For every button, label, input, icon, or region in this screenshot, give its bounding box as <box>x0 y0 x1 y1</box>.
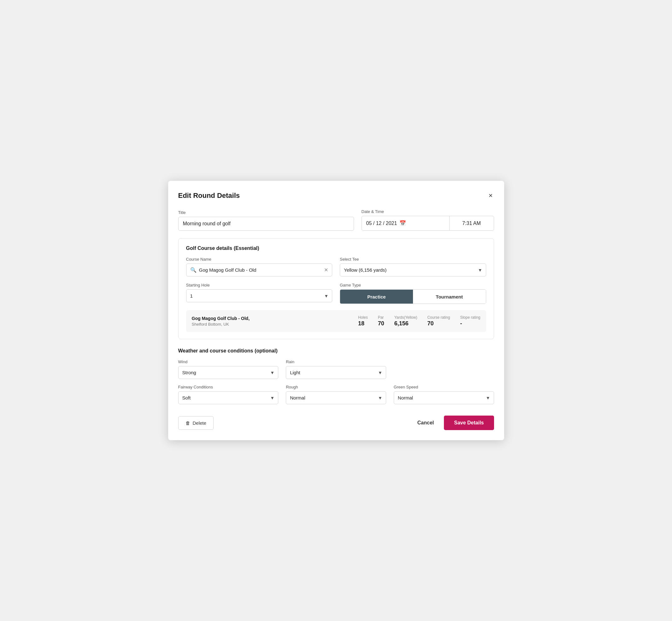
holes-value: 18 <box>358 320 365 327</box>
practice-button[interactable]: Practice <box>340 290 413 303</box>
calendar-icon: 📅 <box>400 220 406 226</box>
select-tee-wrap: Yellow (6,156 yards) White (6,500 yards)… <box>340 263 486 277</box>
slope-rating-value: - <box>460 320 462 327</box>
course-address: Shelford Bottom, UK <box>192 322 358 327</box>
green-speed-group: Green Speed SlowNormalFast ▼ <box>394 385 494 404</box>
holes-label: Holes <box>358 315 368 320</box>
rain-group: Rain NoneLightModerateHeavy ▼ <box>286 360 386 379</box>
wind-dropdown[interactable]: NoneLightModerateStrong <box>178 366 279 379</box>
close-button[interactable]: × <box>488 191 494 200</box>
select-tee-label: Select Tee <box>340 257 486 261</box>
trash-icon: 🗑 <box>185 420 190 426</box>
delete-label: Delete <box>193 420 206 426</box>
modal-header: Edit Round Details × <box>178 191 494 200</box>
game-type-group: Game Type Practice Tournament <box>340 283 486 304</box>
save-button[interactable]: Save Details <box>444 416 494 430</box>
slope-rating-stat: Slope rating - <box>460 315 480 327</box>
date-time-field-group: Date & Time 05 / 12 / 2021 📅 7:31 AM <box>362 209 494 231</box>
wind-wrap: NoneLightModerateStrong ▼ <box>178 366 279 379</box>
yards-stat: Yards(Yellow) 6,156 <box>394 315 417 327</box>
starting-hole-group: Starting Hole 1234 5678 910 ▼ <box>186 283 333 304</box>
select-tee-dropdown[interactable]: Yellow (6,156 yards) White (6,500 yards)… <box>340 263 486 277</box>
yards-value: 6,156 <box>394 320 409 327</box>
rough-dropdown[interactable]: ShortNormalLong <box>286 391 386 404</box>
tournament-button[interactable]: Tournament <box>413 290 486 303</box>
course-name-group: Course Name 🔍 Gog Magog Golf Club - Old … <box>186 257 333 277</box>
green-speed-dropdown[interactable]: SlowNormalFast <box>394 391 494 404</box>
date-time-label: Date & Time <box>362 209 494 214</box>
footer-row: 🗑 Delete Cancel Save Details <box>178 413 494 430</box>
cancel-button[interactable]: Cancel <box>415 416 436 429</box>
course-rating-value: 70 <box>427 320 433 327</box>
date-field[interactable]: 05 / 12 / 2021 📅 <box>362 216 450 230</box>
weather-title: Weather and course conditions (optional) <box>178 348 494 354</box>
par-label: Par <box>378 315 384 320</box>
game-type-toggle: Practice Tournament <box>340 289 486 304</box>
fairway-label: Fairway Conditions <box>178 385 279 389</box>
fairway-wrap: SoftNormalHard ▼ <box>178 391 279 404</box>
slope-rating-label: Slope rating <box>460 315 480 320</box>
modal-title: Edit Round Details <box>178 192 240 200</box>
clear-course-icon[interactable]: ✕ <box>324 267 328 273</box>
fairway-group: Fairway Conditions SoftNormalHard ▼ <box>178 385 279 404</box>
starting-hole-label: Starting Hole <box>186 283 333 287</box>
edit-round-modal: Edit Round Details × Title Date & Time 0… <box>168 181 504 440</box>
course-name-tee-row: Course Name 🔍 Gog Magog Golf Club - Old … <box>186 257 486 277</box>
time-value: 7:31 AM <box>462 220 481 226</box>
course-name-input-wrap[interactable]: 🔍 Gog Magog Golf Club - Old ✕ <box>186 263 333 277</box>
starting-hole-wrap: 1234 5678 910 ▼ <box>186 289 333 302</box>
date-value: 05 / 12 / 2021 <box>366 220 397 226</box>
course-stats: Holes 18 Par 70 Yards(Yellow) 6,156 Cour… <box>358 315 480 327</box>
holes-stat: Holes 18 <box>358 315 368 327</box>
course-name-label: Course Name <box>186 257 333 261</box>
rain-label: Rain <box>286 360 386 364</box>
par-value: 70 <box>378 320 384 327</box>
rough-group: Rough ShortNormalLong ▼ <box>286 385 386 404</box>
course-name-address: Gog Magog Golf Club - Old, Shelford Bott… <box>192 316 358 327</box>
golf-course-section: Golf Course details (Essential) Course N… <box>178 238 494 339</box>
green-speed-wrap: SlowNormalFast ▼ <box>394 391 494 404</box>
title-input[interactable] <box>178 217 354 231</box>
footer-right: Cancel Save Details <box>415 416 494 430</box>
game-type-label: Game Type <box>340 283 486 287</box>
rain-wrap: NoneLightModerateHeavy ▼ <box>286 366 386 379</box>
wind-rain-row: Wind NoneLightModerateStrong ▼ Rain None… <box>178 360 494 379</box>
yards-label: Yards(Yellow) <box>394 315 417 320</box>
rough-label: Rough <box>286 385 386 389</box>
course-name-value: Gog Magog Golf Club - Old <box>199 267 322 273</box>
course-info-box: Gog Magog Golf Club - Old, Shelford Bott… <box>186 310 486 332</box>
fairway-dropdown[interactable]: SoftNormalHard <box>178 391 279 404</box>
rain-dropdown[interactable]: NoneLightModerateHeavy <box>286 366 386 379</box>
title-field-group: Title <box>178 210 354 231</box>
wind-group: Wind NoneLightModerateStrong ▼ <box>178 360 279 379</box>
title-label: Title <box>178 210 354 215</box>
course-rating-stat: Course rating 70 <box>427 315 450 327</box>
course-display-name: Gog Magog Golf Club - Old, <box>192 316 358 321</box>
fairway-rough-green-row: Fairway Conditions SoftNormalHard ▼ Roug… <box>178 385 494 404</box>
time-field[interactable]: 7:31 AM <box>450 216 494 230</box>
delete-button[interactable]: 🗑 Delete <box>178 416 214 430</box>
rough-wrap: ShortNormalLong ▼ <box>286 391 386 404</box>
golf-course-title: Golf Course details (Essential) <box>186 246 486 251</box>
date-time-row: 05 / 12 / 2021 📅 7:31 AM <box>362 216 494 231</box>
green-speed-label: Green Speed <box>394 385 494 389</box>
weather-section: Weather and course conditions (optional)… <box>178 348 494 404</box>
top-row: Title Date & Time 05 / 12 / 2021 📅 7:31 … <box>178 209 494 231</box>
starting-hole-dropdown[interactable]: 1234 5678 910 <box>186 289 333 302</box>
course-rating-label: Course rating <box>427 315 450 320</box>
wind-label: Wind <box>178 360 279 364</box>
select-tee-group: Select Tee Yellow (6,156 yards) White (6… <box>340 257 486 277</box>
hole-gametype-row: Starting Hole 1234 5678 910 ▼ Game Type … <box>186 283 486 304</box>
search-icon: 🔍 <box>190 267 197 273</box>
par-stat: Par 70 <box>378 315 384 327</box>
